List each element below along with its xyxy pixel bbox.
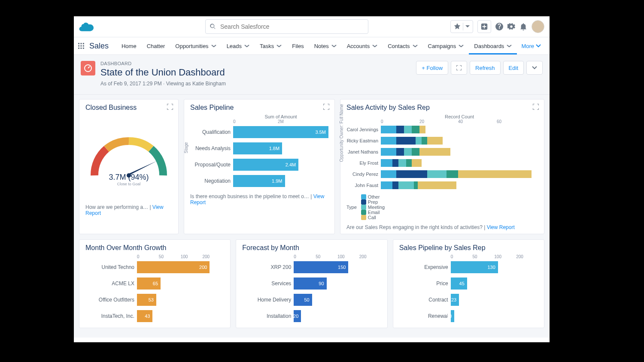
user-avatar[interactable] bbox=[532, 20, 544, 33]
card-title: Sales Activity by Sales Rep bbox=[346, 104, 538, 112]
bar-label: Installation bbox=[242, 313, 294, 319]
bar-label: Proposal/Quote bbox=[190, 162, 233, 168]
expand-card-icon[interactable] bbox=[533, 104, 539, 110]
bar-row: Home Delivery50 bbox=[242, 292, 381, 308]
app-logo bbox=[79, 21, 94, 32]
svg-rect-2 bbox=[80, 43, 82, 44]
stack-segment bbox=[381, 159, 392, 167]
nav-bar: Sales HomeChatterOpportunitiesLeadsTasks… bbox=[74, 37, 550, 55]
bar-label: Contract bbox=[399, 297, 451, 303]
bar-label: United Techno bbox=[85, 264, 137, 270]
nav-item-campaigns[interactable]: Campaigns bbox=[423, 37, 469, 54]
svg-rect-4 bbox=[78, 45, 79, 46]
bar-fill: 53 bbox=[137, 294, 156, 306]
bell-icon[interactable] bbox=[519, 23, 527, 30]
stack-segment bbox=[398, 159, 406, 167]
stack-segment bbox=[381, 137, 396, 145]
global-search[interactable] bbox=[205, 19, 368, 34]
stack-segment bbox=[381, 126, 396, 133]
dashboard-body: Closed Business 3.7M (94%) Close to Goal… bbox=[74, 95, 550, 338]
nav-item-leads[interactable]: Leads bbox=[222, 37, 255, 54]
stack-segment bbox=[447, 170, 458, 178]
card-pipeline-rep: Sales Pipeline by Sales Rep 050100200 Ex… bbox=[393, 239, 544, 328]
refresh-button[interactable]: Refresh bbox=[470, 61, 501, 75]
card-footer-text: Are our Sales Reps engaging in the right… bbox=[346, 224, 483, 230]
nav-item-chatter[interactable]: Chatter bbox=[142, 37, 170, 54]
expand-icon bbox=[456, 65, 462, 70]
search-input[interactable] bbox=[220, 23, 364, 30]
follow-button[interactable]: + Follow bbox=[416, 61, 448, 75]
nav-item-home[interactable]: Home bbox=[116, 37, 142, 54]
expand-card-icon[interactable] bbox=[323, 104, 329, 110]
svg-rect-3 bbox=[83, 43, 84, 44]
app-name: Sales bbox=[89, 42, 109, 51]
stack-segment bbox=[381, 170, 396, 178]
chevron-down-icon bbox=[372, 43, 377, 48]
stack-row: Ricky Eastman bbox=[346, 135, 538, 146]
stack-segment bbox=[392, 181, 398, 189]
nav-item-contacts[interactable]: Contacts bbox=[383, 37, 422, 54]
nav-item-dashboards[interactable]: Dashboards bbox=[469, 37, 517, 54]
stack-segment bbox=[396, 148, 404, 156]
bar-row: XRP 200150 bbox=[242, 259, 381, 275]
bar-label: InstaTech, Inc. bbox=[85, 313, 137, 319]
legend-item: Prep bbox=[361, 199, 385, 205]
expand-button[interactable] bbox=[451, 61, 467, 75]
nav-more[interactable]: More bbox=[517, 43, 545, 49]
app-launcher-icon[interactable] bbox=[78, 42, 84, 50]
bar-label: Office Outfitters bbox=[85, 297, 137, 303]
nav-item-opportunities[interactable]: Opportunities bbox=[170, 37, 221, 54]
stack-segment bbox=[396, 170, 427, 178]
bar-label: Renewal bbox=[399, 313, 451, 319]
y-axis-title: Stage bbox=[184, 142, 188, 153]
chevron-down-icon bbox=[244, 43, 249, 48]
dashboard-icon bbox=[81, 61, 95, 75]
gauge-subtitle: Close to Goal bbox=[117, 182, 141, 186]
bar-row: Proposal/Quote2.4M bbox=[190, 157, 328, 173]
expand-card-icon[interactable] bbox=[167, 104, 173, 110]
stack-row: John Faust bbox=[346, 180, 538, 191]
global-header bbox=[74, 16, 550, 37]
help-icon[interactable] bbox=[495, 23, 503, 30]
add-button[interactable] bbox=[477, 20, 491, 33]
favorite-button[interactable] bbox=[450, 20, 473, 33]
nav-item-notes[interactable]: Notes bbox=[309, 37, 342, 54]
bar-row: Office Outfitters53 bbox=[85, 292, 224, 308]
bar-row: Contract23 bbox=[399, 292, 538, 308]
bar-fill: 50 bbox=[294, 294, 312, 306]
bar-row: Negotiation1.9M bbox=[190, 173, 328, 189]
x-axis-title: Sum of Amount bbox=[233, 114, 328, 119]
bar-fill: 43 bbox=[137, 310, 152, 322]
stack-segment bbox=[412, 126, 419, 133]
card-month-growth: Month Over Month Growth 050100200 United… bbox=[79, 239, 231, 328]
nav-item-files[interactable]: Files bbox=[287, 37, 309, 54]
stack-segment bbox=[396, 137, 416, 145]
star-icon bbox=[453, 23, 461, 30]
bar-fill: 1.8M bbox=[233, 142, 282, 154]
edit-button[interactable]: Edit bbox=[503, 61, 524, 75]
gear-icon[interactable] bbox=[507, 23, 515, 30]
bar-row: Price45 bbox=[399, 275, 538, 292]
nav-item-tasks[interactable]: Tasks bbox=[255, 37, 287, 54]
legend-item: Email bbox=[361, 210, 385, 215]
stack-row: Cindy Perez bbox=[346, 169, 538, 180]
card-sales-pipeline: Sales Pipeline Sum of Amount 02M Qualifi… bbox=[184, 99, 335, 234]
nav-item-accounts[interactable]: Accounts bbox=[342, 37, 383, 54]
stack-segment bbox=[419, 148, 450, 156]
more-actions-button[interactable] bbox=[526, 61, 543, 75]
stack-segment bbox=[422, 137, 428, 145]
svg-rect-5 bbox=[80, 45, 82, 46]
stack-label: Ricky Eastman bbox=[346, 138, 381, 143]
bar-label: Needs Analysis bbox=[190, 145, 233, 151]
svg-rect-6 bbox=[83, 45, 84, 46]
chevron-down-icon bbox=[211, 43, 216, 48]
bar-row: ACME LX65 bbox=[85, 275, 224, 292]
stack-label: Ely Frost bbox=[346, 160, 381, 166]
view-report-link[interactable]: View Report bbox=[487, 224, 515, 230]
svg-rect-8 bbox=[80, 48, 82, 49]
stack-segment bbox=[458, 170, 532, 178]
stack-segment bbox=[406, 159, 412, 167]
bar-label: ACME LX bbox=[85, 281, 137, 287]
bar-fill: 2.4M bbox=[233, 159, 298, 171]
page-header: DASHBOARD State of the Union Dashboard A… bbox=[74, 55, 550, 95]
